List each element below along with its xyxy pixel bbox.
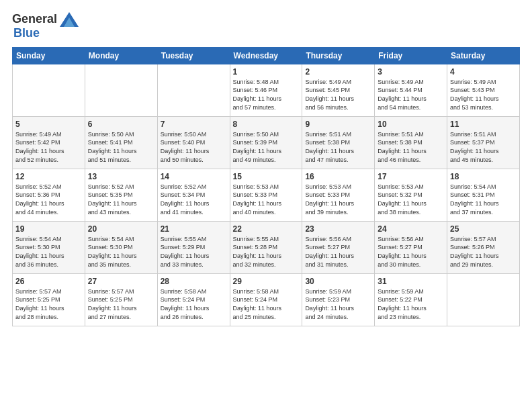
page: General Blue SundayMondayTuesdayWednesda… (0, 0, 532, 411)
day-number: 12 (15, 172, 82, 181)
logo: General Blue (12, 12, 79, 40)
calendar-day-cell: 7Sunrise: 5:50 AM Sunset: 5:40 PM Daylig… (157, 116, 230, 169)
day-number: 18 (450, 172, 517, 181)
calendar-day-cell: 20Sunrise: 5:54 AM Sunset: 5:30 PM Dayli… (85, 221, 157, 273)
day-info: Sunrise: 5:49 AM Sunset: 5:42 PM Dayligh… (15, 130, 82, 164)
calendar-empty-cell (13, 64, 85, 116)
calendar-day-cell: 6Sunrise: 5:50 AM Sunset: 5:41 PM Daylig… (85, 116, 157, 169)
day-number: 29 (233, 277, 300, 286)
calendar-day-cell: 10Sunrise: 5:51 AM Sunset: 5:38 PM Dayli… (375, 116, 447, 169)
calendar-day-cell: 26Sunrise: 5:57 AM Sunset: 5:25 PM Dayli… (13, 273, 85, 326)
day-info: Sunrise: 5:59 AM Sunset: 5:22 PM Dayligh… (378, 287, 444, 321)
day-number: 2 (305, 67, 371, 77)
day-number: 9 (305, 120, 371, 129)
weekday-header-wednesday: Wednesday (230, 47, 302, 64)
day-number: 3 (378, 67, 444, 77)
day-info: Sunrise: 5:57 AM Sunset: 5:25 PM Dayligh… (15, 287, 82, 321)
day-info: Sunrise: 5:58 AM Sunset: 5:24 PM Dayligh… (233, 287, 300, 321)
day-number: 31 (378, 277, 444, 286)
day-number: 19 (15, 224, 82, 234)
day-number: 17 (378, 172, 444, 181)
weekday-header-thursday: Thursday (302, 47, 375, 64)
day-number: 21 (161, 224, 227, 234)
calendar-day-cell: 14Sunrise: 5:52 AM Sunset: 5:34 PM Dayli… (157, 169, 230, 221)
calendar-day-cell: 22Sunrise: 5:55 AM Sunset: 5:28 PM Dayli… (230, 221, 302, 273)
calendar-week-row: 1Sunrise: 5:48 AM Sunset: 5:46 PM Daylig… (13, 64, 520, 116)
calendar-day-cell: 5Sunrise: 5:49 AM Sunset: 5:42 PM Daylig… (13, 116, 85, 169)
day-info: Sunrise: 5:52 AM Sunset: 5:36 PM Dayligh… (15, 183, 82, 216)
calendar-week-row: 5Sunrise: 5:49 AM Sunset: 5:42 PM Daylig… (13, 116, 520, 169)
day-info: Sunrise: 5:55 AM Sunset: 5:28 PM Dayligh… (233, 235, 300, 269)
day-info: Sunrise: 5:52 AM Sunset: 5:35 PM Dayligh… (88, 183, 154, 216)
day-number: 23 (305, 224, 371, 234)
day-number: 26 (15, 277, 82, 286)
day-number: 10 (378, 120, 444, 129)
calendar-day-cell: 9Sunrise: 5:51 AM Sunset: 5:38 PM Daylig… (302, 116, 375, 169)
day-info: Sunrise: 5:50 AM Sunset: 5:39 PM Dayligh… (233, 130, 300, 164)
day-number: 11 (450, 120, 517, 129)
day-number: 4 (450, 67, 517, 77)
day-info: Sunrise: 5:52 AM Sunset: 5:34 PM Dayligh… (161, 183, 227, 216)
day-number: 20 (88, 224, 154, 234)
weekday-header-sunday: Sunday (13, 47, 85, 64)
day-info: Sunrise: 5:53 AM Sunset: 5:33 PM Dayligh… (233, 183, 300, 216)
calendar-day-cell: 4Sunrise: 5:49 AM Sunset: 5:43 PM Daylig… (447, 64, 520, 116)
calendar-day-cell: 18Sunrise: 5:54 AM Sunset: 5:31 PM Dayli… (447, 169, 520, 221)
calendar-week-row: 12Sunrise: 5:52 AM Sunset: 5:36 PM Dayli… (13, 169, 520, 221)
day-number: 24 (378, 224, 444, 234)
calendar-empty-cell (157, 64, 230, 116)
day-info: Sunrise: 5:54 AM Sunset: 5:31 PM Dayligh… (450, 183, 517, 216)
day-info: Sunrise: 5:56 AM Sunset: 5:27 PM Dayligh… (378, 235, 444, 269)
weekday-header-row: SundayMondayTuesdayWednesdayThursdayFrid… (13, 47, 520, 64)
day-info: Sunrise: 5:49 AM Sunset: 5:44 PM Dayligh… (378, 78, 444, 111)
day-number: 15 (233, 172, 300, 181)
day-info: Sunrise: 5:57 AM Sunset: 5:26 PM Dayligh… (450, 235, 517, 269)
day-info: Sunrise: 5:56 AM Sunset: 5:27 PM Dayligh… (305, 235, 371, 269)
calendar-day-cell: 17Sunrise: 5:53 AM Sunset: 5:32 PM Dayli… (375, 169, 447, 221)
calendar-day-cell: 11Sunrise: 5:51 AM Sunset: 5:37 PM Dayli… (447, 116, 520, 169)
calendar-day-cell: 27Sunrise: 5:57 AM Sunset: 5:25 PM Dayli… (85, 273, 157, 326)
day-info: Sunrise: 5:57 AM Sunset: 5:25 PM Dayligh… (88, 287, 154, 321)
calendar-table: SundayMondayTuesdayWednesdayThursdayFrid… (12, 47, 520, 326)
day-info: Sunrise: 5:49 AM Sunset: 5:43 PM Dayligh… (450, 78, 517, 111)
day-info: Sunrise: 5:54 AM Sunset: 5:30 PM Dayligh… (88, 235, 154, 269)
logo-blue-text: Blue (13, 27, 40, 40)
calendar-day-cell: 2Sunrise: 5:49 AM Sunset: 5:45 PM Daylig… (302, 64, 375, 116)
day-number: 25 (450, 224, 517, 234)
calendar-day-cell: 15Sunrise: 5:53 AM Sunset: 5:33 PM Dayli… (230, 169, 302, 221)
day-info: Sunrise: 5:51 AM Sunset: 5:38 PM Dayligh… (378, 130, 444, 164)
day-info: Sunrise: 5:51 AM Sunset: 5:38 PM Dayligh… (305, 130, 371, 164)
day-info: Sunrise: 5:48 AM Sunset: 5:46 PM Dayligh… (233, 78, 300, 111)
calendar-day-cell: 29Sunrise: 5:58 AM Sunset: 5:24 PM Dayli… (230, 273, 302, 326)
day-number: 28 (161, 277, 227, 286)
calendar-week-row: 26Sunrise: 5:57 AM Sunset: 5:25 PM Dayli… (13, 273, 520, 326)
logo-general-text: General (12, 13, 57, 26)
header: General Blue (12, 12, 520, 40)
calendar-day-cell: 28Sunrise: 5:58 AM Sunset: 5:24 PM Dayli… (157, 273, 230, 326)
calendar-day-cell: 16Sunrise: 5:53 AM Sunset: 5:33 PM Dayli… (302, 169, 375, 221)
day-number: 6 (88, 120, 154, 129)
day-info: Sunrise: 5:51 AM Sunset: 5:37 PM Dayligh… (450, 130, 517, 164)
calendar-day-cell: 21Sunrise: 5:55 AM Sunset: 5:29 PM Dayli… (157, 221, 230, 273)
calendar-day-cell: 19Sunrise: 5:54 AM Sunset: 5:30 PM Dayli… (13, 221, 85, 273)
day-info: Sunrise: 5:58 AM Sunset: 5:24 PM Dayligh… (161, 287, 227, 321)
day-info: Sunrise: 5:55 AM Sunset: 5:29 PM Dayligh… (161, 235, 227, 269)
day-number: 7 (161, 120, 227, 129)
day-number: 8 (233, 120, 300, 129)
day-number: 14 (161, 172, 227, 181)
day-info: Sunrise: 5:49 AM Sunset: 5:45 PM Dayligh… (305, 78, 371, 111)
day-info: Sunrise: 5:54 AM Sunset: 5:30 PM Dayligh… (15, 235, 82, 269)
calendar-day-cell: 23Sunrise: 5:56 AM Sunset: 5:27 PM Dayli… (302, 221, 375, 273)
weekday-header-tuesday: Tuesday (157, 47, 230, 64)
calendar-empty-cell (85, 64, 157, 116)
day-info: Sunrise: 5:53 AM Sunset: 5:33 PM Dayligh… (305, 183, 371, 216)
weekday-header-monday: Monday (85, 47, 157, 64)
day-number: 1 (233, 67, 300, 77)
calendar-day-cell: 13Sunrise: 5:52 AM Sunset: 5:35 PM Dayli… (85, 169, 157, 221)
day-info: Sunrise: 5:50 AM Sunset: 5:41 PM Dayligh… (88, 130, 154, 164)
day-number: 13 (88, 172, 154, 181)
calendar-day-cell: 31Sunrise: 5:59 AM Sunset: 5:22 PM Dayli… (375, 273, 447, 326)
calendar-day-cell: 30Sunrise: 5:59 AM Sunset: 5:23 PM Dayli… (302, 273, 375, 326)
day-number: 16 (305, 172, 371, 181)
day-number: 30 (305, 277, 371, 286)
